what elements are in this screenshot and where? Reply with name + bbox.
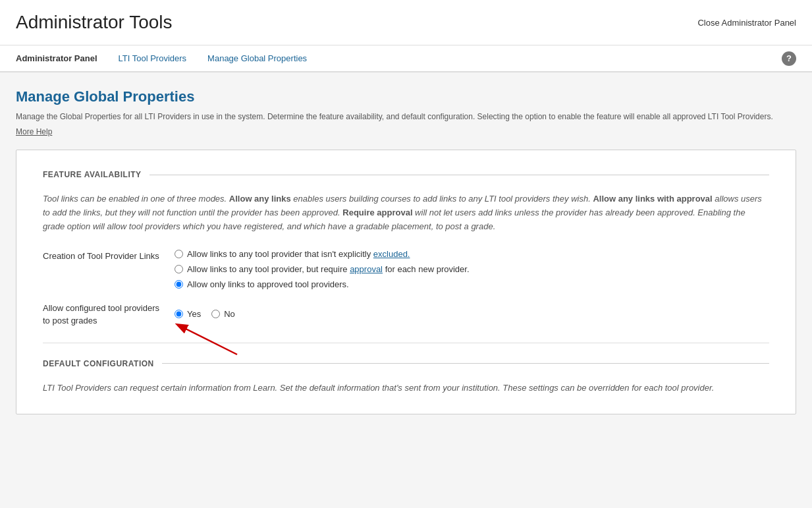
nav-item-lti-tool-providers[interactable]: LTI Tool Providers <box>108 45 198 72</box>
default-config-divider <box>162 363 769 364</box>
page-description: Manage the Global Properties for all LTI… <box>16 111 793 123</box>
radio-approved-only-label: Allow only links to approved tool provid… <box>187 279 349 289</box>
feature-desc-allow-any-approval: Allow any links with approval <box>593 194 712 204</box>
grades-no-label: No <box>224 309 235 319</box>
close-admin-panel-link[interactable]: Close Administrator Panel <box>697 18 796 28</box>
feature-availability-header: FEATURE AVAILABILITY <box>43 170 769 179</box>
radio-option-approval[interactable]: Allow links to any tool provider, but re… <box>175 264 470 274</box>
page-main-title: Administrator Tools <box>16 12 173 33</box>
grades-no-option[interactable]: No <box>211 309 235 319</box>
main-panel: FEATURE AVAILABILITY Tool links can be e… <box>16 150 796 414</box>
feature-availability-title: FEATURE AVAILABILITY <box>43 170 142 179</box>
radio-approved-only-input[interactable] <box>175 280 183 289</box>
grades-radio-group: Yes No <box>175 309 235 319</box>
grades-yes-option[interactable]: Yes <box>175 309 201 319</box>
creation-tool-provider-row: Creation of Tool Provider Links Allow li… <box>43 249 769 289</box>
radio-option-excluded[interactable]: Allow links to any tool provider that is… <box>175 249 470 259</box>
annotation-arrow <box>171 318 250 358</box>
page-title-highlight: Global <box>74 88 119 105</box>
nav-item-admin-panel[interactable]: Administrator Panel <box>16 45 108 72</box>
feature-desc-after-allow-any: enables users building courses to add li… <box>291 194 593 204</box>
grades-yes-input[interactable] <box>175 310 183 318</box>
page-title-prefix: Manage <box>16 88 74 105</box>
creation-radio-group: Allow links to any tool provider that is… <box>175 249 470 289</box>
radio-excluded-input[interactable] <box>175 250 183 258</box>
grades-label: Allow configured tool providers to post … <box>43 301 175 326</box>
grades-label-line1: Allow configured tool providers <box>43 303 159 313</box>
page-title-suffix: Properties <box>119 88 194 105</box>
grades-row: Allow configured tool providers to post … <box>43 301 769 326</box>
feature-availability-divider <box>149 175 769 175</box>
grades-label-line2: to post grades <box>43 316 97 325</box>
feature-desc-intro: Tool links can be enabled in one of thre… <box>43 194 229 204</box>
grades-yes-label: Yes <box>187 309 201 319</box>
header: Administrator Tools Close Administrator … <box>0 0 812 45</box>
creation-tool-provider-label: Creation of Tool Provider Links <box>43 249 175 262</box>
page-title: Manage Global Properties <box>16 88 796 105</box>
grades-no-input[interactable] <box>211 310 220 318</box>
radio-approval-label: Allow links to any tool provider, but re… <box>187 264 470 274</box>
feature-desc-allow-any: Allow any links <box>229 194 291 204</box>
nav-bar: Administrator Panel LTI Tool Providers M… <box>0 45 812 72</box>
default-config-title: DEFAULT CONFIGURATION <box>43 359 154 368</box>
content-area: Manage Global Properties Manage the Glob… <box>0 72 812 430</box>
radio-approval-input[interactable] <box>175 265 183 273</box>
nav-item-manage-global-properties[interactable]: Manage Global Properties <box>197 45 317 72</box>
feature-desc-require-approval: Require approval <box>342 208 412 217</box>
default-config-header: DEFAULT CONFIGURATION <box>43 359 769 368</box>
more-help-link[interactable]: More Help <box>16 127 52 136</box>
section-separator <box>43 343 769 343</box>
radio-excluded-label: Allow links to any tool provider that is… <box>187 249 410 259</box>
radio-option-approved-only[interactable]: Allow only links to approved tool provid… <box>175 279 470 289</box>
help-icon[interactable]: ? <box>782 51 796 66</box>
svg-line-1 <box>178 325 237 354</box>
default-config-description: LTI Tool Providers can request certain i… <box>43 381 767 395</box>
feature-description: Tool links can be enabled in one of thre… <box>43 192 767 233</box>
